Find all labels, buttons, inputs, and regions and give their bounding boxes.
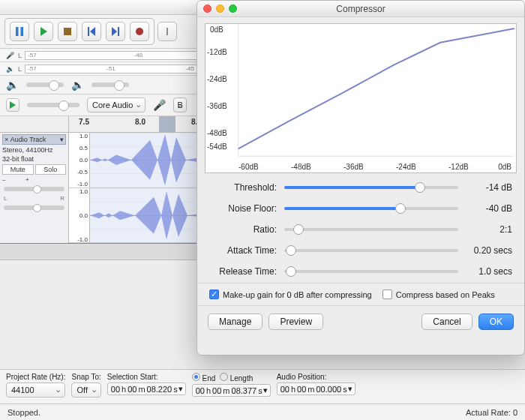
selection-start-label: Selection Start: <box>107 373 186 381</box>
compressor-params: Threshold: -14 dB Noise Floor: -40 dB Ra… <box>197 176 524 278</box>
scrub-slider[interactable] <box>27 103 80 107</box>
dialog-title: Compressor <box>197 1 524 17</box>
compressor-curve <box>206 24 516 172</box>
ratio-value: 2:1 <box>466 224 512 235</box>
selection-bar: Project Rate (Hz): 44100 Snap To: Off Se… <box>0 369 525 404</box>
solo-button[interactable]: Solo <box>35 164 67 175</box>
ratio-row: Ratio: 2:1 <box>209 224 512 235</box>
host-letter[interactable]: B <box>173 98 187 112</box>
selection-start-field[interactable]: 00 h 00 m 08.220 s ▾ <box>107 382 186 395</box>
input-volume-slider[interactable] <box>92 82 129 87</box>
release-slider[interactable] <box>284 270 458 273</box>
selection-end-field[interactable]: 00 h 00 m 08.377 s ▾ <box>192 384 271 397</box>
ok-button[interactable]: OK <box>478 314 514 330</box>
window-controls <box>203 4 237 13</box>
mute-button[interactable]: Mute <box>2 164 34 175</box>
project-rate-select[interactable]: 44100 <box>6 382 65 398</box>
noise-floor-value: -40 dB <box>466 203 512 214</box>
compressor-dialog: Compressor 0dB -12dB -24dB -36dB -48dB -… <box>196 0 525 356</box>
compressor-graph: 0dB -12dB -24dB -36dB -48dB -54dB -60dB … <box>205 23 517 173</box>
track-format-2: 32-bit float <box>2 155 66 163</box>
wave-scale: 1.0 0.5 0.0 -0.5 -1.0 <box>69 133 90 188</box>
status-state: Stopped. <box>8 408 40 417</box>
skip-start-button[interactable] <box>82 22 101 41</box>
mic-icon: 🎤 <box>4 52 15 59</box>
stop-button[interactable] <box>58 22 77 41</box>
ratio-slider[interactable] <box>284 228 458 231</box>
wave-scale: 1.0 0.0 -1.0 <box>69 188 90 243</box>
svg-rect-3 <box>64 28 71 35</box>
project-rate-label: Project Rate (Hz): <box>6 373 65 381</box>
peaks-checkbox[interactable]: Compress based on Peaks <box>382 290 495 299</box>
attack-value: 0.20 secs <box>466 245 512 256</box>
noise-floor-slider[interactable] <box>284 207 458 210</box>
preview-button[interactable]: Preview <box>268 314 323 330</box>
length-radio[interactable] <box>220 373 228 381</box>
track-format-1: Stereo, 44100Hz <box>2 146 66 154</box>
makeup-gain-checkbox[interactable]: ✓ Make-up gain for 0 dB after compressin… <box>209 290 372 299</box>
compressor-options: ✓ Make-up gain for 0 dB after compressin… <box>197 283 524 306</box>
output-volume-slider[interactable] <box>26 82 64 87</box>
dialog-buttons: Manage Preview Cancel OK <box>197 306 524 338</box>
timeline-gutter <box>0 116 69 132</box>
gain-slider[interactable] <box>4 187 64 191</box>
tool-selection[interactable]: I <box>158 22 177 41</box>
pause-button[interactable] <box>10 22 29 41</box>
end-radio[interactable] <box>192 373 200 381</box>
mic-icon: 🔈 <box>71 79 84 91</box>
track-header[interactable]: × Audio Track▾ Stereo, 44100Hz 32-bit fl… <box>0 133 69 243</box>
audio-position-label: Audio Position: <box>277 373 356 381</box>
transport-group <box>4 18 154 45</box>
cancel-button[interactable]: Cancel <box>422 314 472 330</box>
record-button[interactable] <box>130 22 149 41</box>
meter-channel-l: L <box>18 52 22 59</box>
svg-rect-7 <box>118 27 119 36</box>
pan-slider[interactable] <box>4 206 64 210</box>
chevron-down-icon: ▾ <box>60 136 64 143</box>
status-rate: Actual Rate: 0 <box>466 408 518 417</box>
attack-slider[interactable] <box>284 249 458 252</box>
mic-icon: 🎤 <box>153 99 166 111</box>
threshold-slider[interactable] <box>284 186 458 189</box>
track-name: Audio Track <box>10 136 46 143</box>
zoom-window-button[interactable] <box>229 4 237 13</box>
speaker-icon: 🔈 <box>4 65 15 73</box>
play-button[interactable] <box>34 22 53 41</box>
check-icon: ✓ <box>209 290 219 299</box>
svg-rect-5 <box>88 27 89 36</box>
svg-rect-1 <box>21 27 24 36</box>
minimize-window-button[interactable] <box>216 4 224 13</box>
threshold-row: Threshold: -14 dB <box>209 182 512 193</box>
attack-row: Attack Time: 0.20 secs <box>209 245 512 256</box>
audio-position-field[interactable]: 00 h 00 m 00.000 s ▾ <box>277 382 356 395</box>
release-row: Release Time: 1.0 secs <box>209 266 512 277</box>
manage-button[interactable]: Manage <box>208 314 262 330</box>
close-window-button[interactable] <box>203 4 212 13</box>
quick-play-button[interactable] <box>6 98 20 112</box>
svg-point-8 <box>136 28 143 35</box>
svg-marker-2 <box>40 27 47 36</box>
audio-host-select[interactable]: Core Audio <box>87 98 146 112</box>
speaker-icon: 🔈 <box>6 79 19 91</box>
svg-marker-6 <box>112 27 117 36</box>
noise-floor-row: Noise Floor: -40 dB <box>209 203 512 214</box>
snap-to-label: Snap To: <box>71 373 100 381</box>
svg-rect-0 <box>16 27 19 36</box>
status-bar: Stopped. Actual Rate: 0 <box>0 404 525 420</box>
skip-end-button[interactable] <box>106 22 125 41</box>
snap-to-select[interactable]: Off <box>71 382 100 398</box>
track-menu[interactable]: × Audio Track▾ <box>2 134 66 145</box>
svg-marker-4 <box>90 27 95 36</box>
check-icon <box>382 290 392 299</box>
release-value: 1.0 secs <box>466 266 512 277</box>
threshold-value: -14 dB <box>466 182 512 193</box>
